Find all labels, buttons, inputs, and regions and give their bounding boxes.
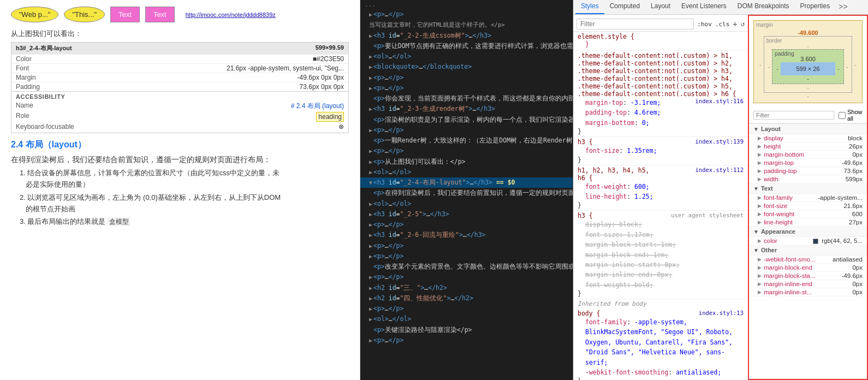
show-all-label[interactable]: Show all bbox=[839, 109, 863, 122]
html-line[interactable]: ▶<p>…</p> bbox=[360, 219, 573, 230]
css-prop-fontweight: font-weight: 600; bbox=[578, 182, 744, 192]
html-line[interactable]: ▶<h3 id="_2-2-生成cssom树">…</h3> bbox=[360, 31, 573, 41]
computed-panel-filter: Show all Group bbox=[749, 108, 867, 123]
html-line[interactable]: ▶<p>…</p> bbox=[360, 125, 573, 135]
html-tree-panel[interactable]: ... ▶<p>…</p> 当写这篇文章时，它的HTML就是这个样子的。</p>… bbox=[360, 0, 573, 380]
diagram-rect-1: Text bbox=[110, 7, 140, 22]
html-line[interactable]: ▶<p>从上图我们可以看出：</p> bbox=[360, 157, 573, 167]
tab-computed[interactable]: Computed bbox=[604, 0, 645, 14]
html-line: <p>在得到渲染树后，我们还要结合前置知识，遵循一定的规则对页面进行布局：</p… bbox=[360, 188, 573, 198]
html-line: <p>渲染树的职责是为了显示渲染，树内的每一个点，我们叫它渲染器render。<… bbox=[360, 115, 573, 125]
cp-fw-val: 600 bbox=[852, 211, 863, 217]
cp-font-size: ▶font-size 21.6px bbox=[749, 202, 867, 210]
filter-plus[interactable]: + bbox=[733, 20, 737, 28]
html-line[interactable]: ▶<ol>…</ol> bbox=[360, 167, 573, 177]
cp-mis-prop: ▶margin-inline-st... bbox=[758, 289, 812, 295]
css-selector-body: body { index.styl:13 bbox=[578, 310, 744, 317]
article-item-3: 3. 最后布局输出的结果就是 盒模型 bbox=[11, 216, 349, 228]
html-line: <p>关键渲染路径与阻塞渲染</p> bbox=[360, 325, 573, 335]
html-line: <p>一颗Render树，大致这样的：（左边是DOM树，右边是Render树）<… bbox=[360, 135, 573, 146]
article-para1: 在得到渲染树后，我们还要结合前置知识，遵循一定的规则对页面进行布局： bbox=[11, 154, 349, 166]
cp-wfs-val: antialiased bbox=[833, 256, 863, 263]
filter-input[interactable] bbox=[576, 19, 694, 29]
text-section-title[interactable]: ▼ Text bbox=[749, 183, 867, 194]
css-selector-3: h1, h2, h3, h4, h5, index.styl:112 bbox=[578, 167, 744, 174]
html-line-selected[interactable]: ▼<h3 id="_2-4-布局-layout">…</h3> == $0 bbox=[360, 177, 573, 188]
layout-section-title[interactable]: ▼ Layout bbox=[749, 124, 867, 134]
html-line: <p>你会发现，当前页面拥有若干个样式表，而这些都是来自你的内部css和外部cs… bbox=[360, 93, 573, 104]
computed-margin-row: Margin -49.6px 0px 0px bbox=[11, 73, 348, 82]
computed-panel: ▼ Layout ▶display block ▶height 26px ▶ma… bbox=[749, 123, 867, 379]
css-brace-2: } bbox=[578, 156, 744, 164]
html-line[interactable]: ▶<blockquote>…</blockquote> bbox=[360, 62, 573, 72]
box-margin: margin -49.600 - border - - paddi bbox=[753, 20, 863, 103]
css-source-body[interactable]: index.styl:13 bbox=[699, 310, 744, 316]
computed-title: h3#_2-4-布局-layout bbox=[16, 44, 72, 52]
devtools-right-panel: Styles Computed Layout Event Listeners D… bbox=[573, 0, 868, 380]
acc-role-label: Role bbox=[16, 112, 29, 122]
html-line[interactable]: ▶<h2 id="三、">…</h2> bbox=[360, 283, 573, 293]
padding-label: Padding bbox=[16, 83, 40, 91]
html-line[interactable]: ▶<p>…</p> bbox=[360, 272, 573, 282]
html-line[interactable]: ▶<ol>…</ol> bbox=[360, 51, 573, 62]
cp-mis-val: 0px bbox=[852, 289, 863, 295]
other-label: Other bbox=[761, 247, 777, 253]
cp-mis: ▶margin-inline-st... 0px bbox=[749, 288, 867, 296]
cp-margin-top-prop: ▶margin-top bbox=[758, 159, 794, 166]
html-line[interactable]: ▶<h3 id="_2-3-生成render树">…</h3> bbox=[360, 104, 573, 114]
css-source-link-3[interactable]: index.styl:112 bbox=[695, 167, 744, 173]
tab-more[interactable]: >> bbox=[835, 0, 851, 14]
filter-refresh[interactable]: ↺ bbox=[741, 20, 745, 28]
html-line: <p>要让DOM节点拥有正确的样式，这需要进行样式计算，浏览器也需要将CSS代码… bbox=[360, 41, 573, 51]
html-line[interactable]: ▶<h3 id="_2-5">…</h3> bbox=[360, 209, 573, 219]
css-rule-body: body { index.styl:13 font-family: -apple… bbox=[573, 308, 748, 380]
css-prop-fontsize-strike: font-size: 1.17em; bbox=[578, 230, 744, 240]
tab-styles[interactable]: Styles bbox=[575, 0, 604, 14]
css-selector-ua: h3 { user agent stylesheet bbox=[578, 212, 744, 219]
css-selector-2: h3 { index.styl:139 bbox=[578, 138, 744, 146]
show-all-checkbox[interactable] bbox=[839, 112, 846, 119]
css-source-link-2[interactable]: index.styl:139 bbox=[695, 138, 744, 145]
content-box: 599 × 26 bbox=[781, 62, 835, 75]
html-line[interactable]: ▶<p>…</p> bbox=[360, 304, 573, 314]
html-line[interactable]: ▶<h2 id="四、性能优化">…</h2> bbox=[360, 293, 573, 304]
css-selector-1: .theme-default-content:not(.custom) > h1… bbox=[578, 52, 744, 98]
html-line[interactable]: ▶<p>…</p> bbox=[360, 83, 573, 93]
code-boxmodel: 盒模型 bbox=[108, 217, 130, 226]
padding-left-dash: - bbox=[774, 64, 781, 73]
cp-height-prop: ▶height bbox=[758, 143, 781, 150]
tab-properties[interactable]: Properties bbox=[795, 0, 836, 14]
article-item-2: 2. 以浏览器可见区域为画布，左上角为 (0,0)基础坐标，从左到右，从上到下从… bbox=[11, 192, 349, 215]
element-style-label: element.style { bbox=[578, 33, 744, 40]
computed-styles-box: h3#_2-4-布局-layout 599×99.59 Color ■#2C3E… bbox=[11, 42, 349, 133]
html-line[interactable]: ▶<ol>…</ol> bbox=[360, 199, 573, 209]
border-bottom-dash: - bbox=[766, 84, 851, 91]
show-all-text: Show all bbox=[847, 109, 863, 122]
devtools-tabs: Styles Computed Layout Event Listeners D… bbox=[573, 0, 868, 15]
tab-layout[interactable]: Layout bbox=[645, 0, 676, 14]
color-swatch bbox=[813, 239, 818, 244]
html-line[interactable]: ▶<p>…</p> bbox=[360, 251, 573, 262]
computed-color-row: Color ■#2C3E50 bbox=[11, 54, 348, 63]
html-line[interactable]: ▶<p>…</p> bbox=[360, 241, 573, 251]
html-line[interactable]: ▶<h3 id="_2-6-回流与重绘">…</h3> bbox=[360, 230, 573, 240]
css-source-link-1[interactable]: index.styl:116 bbox=[695, 98, 744, 104]
html-line[interactable]: ▶<p>…</p> bbox=[360, 335, 573, 346]
other-section-title[interactable]: ▼ Other bbox=[749, 245, 867, 256]
css-brace-3: } bbox=[578, 201, 744, 209]
border-label: border bbox=[766, 38, 782, 44]
filter-hov[interactable]: :hov bbox=[697, 21, 712, 28]
diagram-ellipse-1: "Web p..." bbox=[11, 7, 58, 22]
filter-cls[interactable]: .cls bbox=[715, 21, 730, 28]
html-line[interactable]: ▶<p>…</p> bbox=[360, 73, 573, 83]
tab-event-listeners[interactable]: Event Listeners bbox=[676, 0, 732, 14]
cp-margin-bottom-val: 0px bbox=[852, 151, 863, 158]
computed-filter-input[interactable] bbox=[753, 111, 834, 120]
diagram-url[interactable]: http://imooc.com/note/jdddd8839z bbox=[186, 11, 276, 18]
appearance-section-title[interactable]: ▼ Appearance bbox=[749, 227, 867, 237]
html-line[interactable]: ▶<p>…</p> bbox=[360, 146, 573, 156]
html-line[interactable]: ▶<ol>…</ol> bbox=[360, 314, 573, 324]
tab-dom-breakpoints[interactable]: DOM Breakpoints bbox=[732, 0, 795, 14]
html-line[interactable]: ▶<p>…</p> bbox=[360, 9, 573, 20]
css-prop-fw-strike: font-weight: bold; bbox=[578, 280, 744, 290]
